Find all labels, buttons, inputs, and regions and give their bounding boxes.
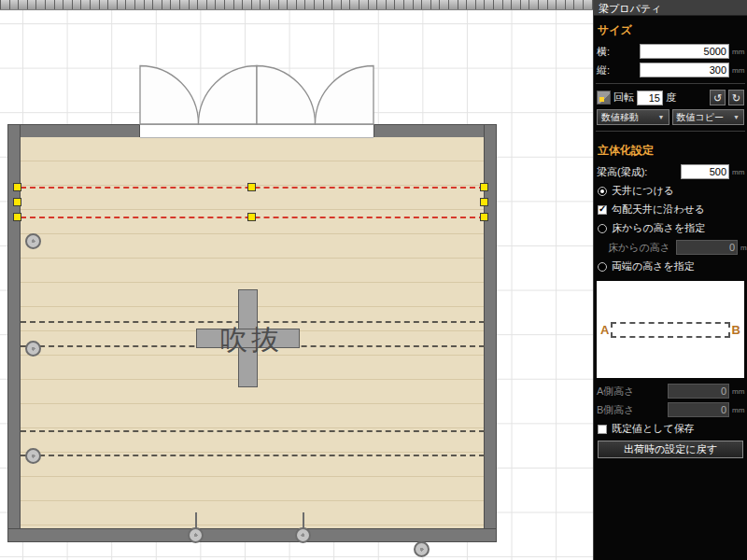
option-both-ends-label: 両端の高さを指定 [612, 259, 695, 273]
checkbox-save-default[interactable] [598, 425, 607, 434]
preview-beam-dashed-outline [611, 322, 729, 338]
selection-handle[interactable] [13, 213, 21, 221]
solid-section-header: 立体化設定 [594, 136, 747, 161]
option-attach-ceiling-label: 天井につける [612, 184, 674, 198]
option-follow-slope-label: 勾配天井に沿わせる [612, 203, 705, 217]
a-side-height-input [668, 384, 729, 399]
column-stem [195, 512, 197, 528]
door-leaf[interactable] [199, 66, 258, 125]
rotation-input[interactable] [637, 91, 663, 105]
beam-outline[interactable] [21, 455, 485, 456]
door-swing-arcs [137, 62, 376, 126]
numeric-copy-dropdown[interactable]: 数値コピー ▼ [672, 109, 745, 125]
option-floor-height-label: 床からの高さを指定 [612, 221, 705, 235]
selection-handle[interactable] [13, 198, 21, 206]
b-side-height-input [668, 402, 729, 417]
door-leaf[interactable] [140, 66, 199, 125]
column-symbol[interactable] [25, 448, 41, 464]
width-input[interactable] [640, 44, 729, 59]
height-label: 縦: [597, 63, 610, 77]
divider [596, 83, 745, 84]
option-both-ends[interactable]: 両端の高さを指定 [594, 258, 747, 275]
horizontal-ruler [0, 0, 593, 10]
column-symbol[interactable] [25, 341, 41, 357]
reset-to-factory-button[interactable]: 出荷時の設定に戻す [598, 441, 743, 458]
degree-label: 度 [666, 91, 676, 105]
door-leaf[interactable] [316, 66, 374, 125]
a-side-height-label: A側高さ [597, 385, 635, 399]
height-input[interactable] [640, 63, 729, 77]
panel-title: 梁プロパティ [594, 0, 747, 16]
selection-handle[interactable] [480, 183, 488, 191]
radio-floor-height[interactable] [598, 224, 607, 233]
option-floor-height[interactable]: 床からの高さを指定 [594, 219, 747, 237]
b-side-unit: mm [732, 406, 744, 414]
beam-properties-panel: 梁プロパティ サイズ 横: mm 縦: mm 回転 度 ↺ ↻ 数値移動 ▼ 数… [593, 0, 747, 560]
numeric-move-label: 数値移動 [601, 111, 639, 124]
radio-attach-ceiling[interactable] [598, 187, 607, 196]
door-opening[interactable] [140, 124, 374, 138]
option-follow-slope[interactable]: 勾配天井に沿わせる [594, 201, 747, 218]
floor-height-input [676, 240, 738, 255]
beam-height-input[interactable] [681, 164, 729, 179]
preview-b-label: B [732, 323, 740, 337]
divider [596, 131, 745, 132]
column-stem [303, 512, 304, 528]
option-attach-ceiling[interactable]: 天井につける [594, 182, 747, 200]
preview-a-label: A [600, 323, 609, 337]
selection-handle[interactable] [480, 213, 488, 221]
rotate-ccw-button[interactable]: ↺ [710, 90, 726, 105]
selection-handle[interactable] [247, 213, 256, 221]
column-symbol[interactable] [188, 527, 204, 543]
wall-top-right[interactable] [374, 124, 497, 138]
numeric-move-dropdown[interactable]: 数値移動 ▼ [597, 109, 669, 125]
beam-height-label: 梁高(梁成): [597, 165, 647, 179]
radio-both-ends[interactable] [598, 262, 607, 272]
floorplan-canvas[interactable]: 吹抜 [0, 0, 593, 560]
floor-height-unit: mm [740, 244, 747, 252]
column-symbol[interactable] [295, 527, 311, 543]
size-section-header: サイズ [594, 16, 747, 41]
chevron-down-icon: ▼ [733, 114, 740, 120]
beam-outline[interactable] [21, 430, 485, 432]
width-unit: mm [732, 48, 744, 56]
option-save-default-label: 既定値として保存 [612, 422, 695, 436]
option-save-default[interactable]: 既定値として保存 [594, 420, 747, 438]
column-symbol[interactable] [25, 233, 41, 249]
floor-height-label: 床からの高さ [608, 241, 670, 255]
void-label: 吹抜 [219, 321, 283, 359]
selection-handle[interactable] [13, 183, 21, 191]
numeric-copy-label: 数値コピー [677, 111, 724, 124]
selection-handle[interactable] [480, 198, 488, 206]
height-unit: mm [732, 66, 744, 75]
rotation-label: 回転 [613, 91, 634, 105]
chevron-down-icon: ▼ [658, 114, 665, 120]
wall-bottom[interactable] [7, 528, 497, 542]
rotate-cw-button[interactable]: ↻ [728, 90, 744, 105]
door-leaf[interactable] [257, 66, 316, 125]
column-symbol[interactable] [414, 541, 430, 557]
width-label: 横: [597, 45, 610, 59]
beam-elevation-preview: A B [597, 281, 744, 378]
beam-tool-icon [597, 91, 611, 105]
beam-height-unit: mm [732, 168, 744, 176]
b-side-height-label: B側高さ [597, 403, 635, 417]
a-side-unit: mm [732, 387, 744, 396]
checkbox-follow-slope[interactable] [598, 205, 607, 215]
selection-handle[interactable] [247, 183, 256, 191]
wall-top-left[interactable] [7, 124, 140, 138]
